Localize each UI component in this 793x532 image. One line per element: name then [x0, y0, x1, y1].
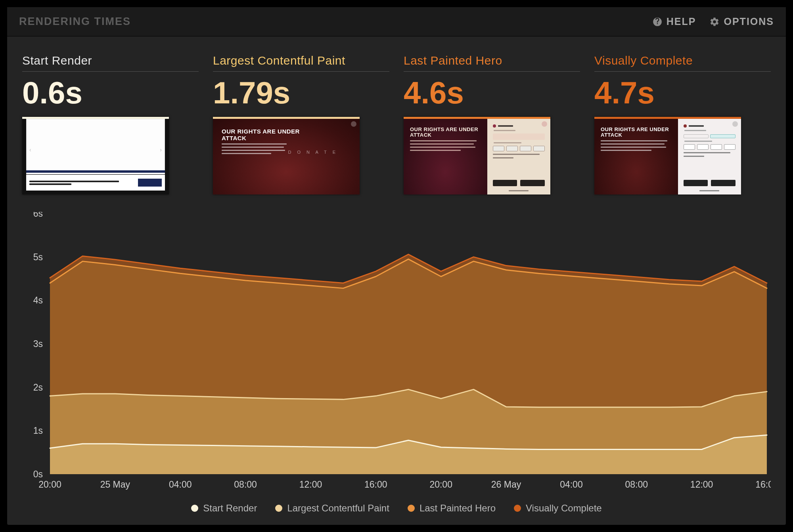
- help-button[interactable]: HELP: [652, 16, 696, 27]
- legend-item[interactable]: Start Render: [191, 503, 257, 514]
- chart-legend: Start Render Largest Contentful Paint La…: [7, 500, 786, 525]
- legend-label: Visually Complete: [526, 503, 602, 514]
- metric-visually-complete[interactable]: Visually Complete 4.7s OUR RIGHTS ARE UN…: [594, 54, 771, 194]
- gear-icon: [709, 17, 720, 27]
- svg-text:20:00: 20:00: [38, 479, 61, 490]
- filmstrip-thumb: OUR RIGHTS ARE UNDERATTACK: [404, 117, 550, 194]
- svg-text:20:00: 20:00: [429, 479, 452, 490]
- legend-label: Last Painted Hero: [419, 503, 496, 514]
- metric-last-painted-hero[interactable]: Last Painted Hero 4.6s OUR RIGHTS ARE UN…: [404, 54, 580, 194]
- panel-title: RENDERING TIMES: [19, 15, 131, 28]
- svg-text:04:00: 04:00: [169, 479, 192, 490]
- svg-text:08:00: 08:00: [625, 479, 648, 490]
- svg-text:16:00: 16:00: [755, 479, 771, 490]
- metric-label: Visually Complete: [594, 54, 771, 72]
- metric-label: Largest Contentful Paint: [213, 54, 389, 72]
- svg-text:12:00: 12:00: [299, 479, 322, 490]
- options-label: OPTIONS: [724, 16, 774, 27]
- metric-label: Start Render: [22, 54, 199, 72]
- svg-text:25 May: 25 May: [100, 479, 130, 490]
- metric-value: 0.6s: [22, 77, 199, 108]
- filmstrip-thumb: ‹›: [22, 117, 169, 194]
- metric-value: 1.79s: [213, 77, 389, 108]
- filmstrip-thumb: OUR RIGHTS ARE UNDERATTACK D O N A T E: [213, 117, 360, 194]
- svg-text:26 May: 26 May: [491, 479, 521, 490]
- metric-lcp[interactable]: Largest Contentful Paint 1.79s OUR RIGHT…: [213, 54, 389, 194]
- metric-value: 4.6s: [404, 77, 580, 108]
- options-button[interactable]: OPTIONS: [709, 16, 774, 27]
- svg-text:0s: 0s: [33, 469, 43, 479]
- legend-item[interactable]: Visually Complete: [514, 503, 602, 514]
- svg-text:04:00: 04:00: [560, 479, 583, 490]
- metric-label: Last Painted Hero: [404, 54, 580, 72]
- legend-swatch: [191, 505, 198, 512]
- metrics-row: Start Render 0.6s ‹› Largest Contentful …: [7, 36, 786, 194]
- legend-swatch: [408, 505, 415, 512]
- svg-text:16:00: 16:00: [364, 479, 387, 490]
- help-icon: [652, 17, 663, 27]
- legend-label: Start Render: [203, 503, 257, 514]
- filmstrip-thumb: OUR RIGHTS ARE UNDERATTACK: [594, 117, 741, 194]
- svg-text:5s: 5s: [33, 252, 43, 262]
- panel-header: RENDERING TIMES HELP OPTIONS: [7, 7, 786, 36]
- svg-text:3s: 3s: [33, 339, 43, 349]
- legend-swatch: [275, 505, 282, 512]
- svg-text:6s: 6s: [33, 212, 43, 219]
- header-actions: HELP OPTIONS: [652, 16, 774, 27]
- svg-text:4s: 4s: [33, 295, 43, 305]
- svg-text:12:00: 12:00: [690, 479, 713, 490]
- timeseries-chart[interactable]: 0s1s2s3s4s5s6s20:0025 May04:0008:0012:00…: [22, 212, 771, 492]
- legend-item[interactable]: Largest Contentful Paint: [275, 503, 389, 514]
- legend-item[interactable]: Last Painted Hero: [408, 503, 496, 514]
- metric-value: 4.7s: [594, 77, 771, 108]
- legend-swatch: [514, 505, 521, 512]
- svg-text:2s: 2s: [33, 382, 43, 393]
- metric-start-render[interactable]: Start Render 0.6s ‹›: [22, 54, 199, 194]
- svg-text:08:00: 08:00: [234, 479, 257, 490]
- svg-text:1s: 1s: [33, 425, 43, 436]
- help-label: HELP: [667, 16, 696, 27]
- legend-label: Largest Contentful Paint: [287, 503, 389, 514]
